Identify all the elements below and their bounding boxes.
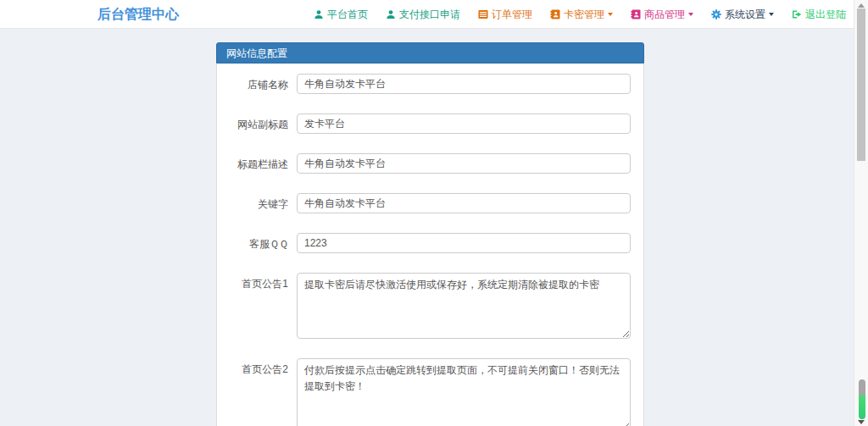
nav-item-label: 支付接口申请 <box>399 8 460 22</box>
nav-item-label: 系统设置 <box>725 8 765 22</box>
form-group-title-bar-desc: 标题栏描述 <box>230 153 631 174</box>
scroll-progress-indicator[interactable] <box>859 379 865 419</box>
form-group-home-notice1: 首页公告1 提取卡密后请尽快激活使用或保存好，系统定期清除被提取的卡密 <box>230 273 631 339</box>
top-navbar: 后台管理中心 平台首页 支付接口申请 订单管理 卡密管理 <box>0 0 868 29</box>
nav-item-label: 平台首页 <box>327 8 368 22</box>
user-icon <box>386 9 396 19</box>
address-book-icon <box>550 9 560 19</box>
title-bar-desc-label: 标题栏描述 <box>230 153 297 172</box>
home-notice2-textarea[interactable]: 付款后按提示点击确定跳转到提取页面，不可提前关闭窗口！否则无法提取到卡密！ <box>297 358 631 426</box>
nav-item-label: 商品管理 <box>644 8 685 22</box>
home-notice2-label: 首页公告2 <box>230 358 297 377</box>
nav-item-label: 卡密管理 <box>564 8 604 22</box>
shop-name-label: 店铺名称 <box>230 74 297 92</box>
nav-item-logout[interactable]: 退出登陆 <box>792 8 846 22</box>
nav-item-card-keys[interactable]: 卡密管理 <box>550 8 613 22</box>
nav-item-payment-api[interactable]: 支付接口申请 <box>386 8 460 22</box>
form-group-home-notice2: 首页公告2 付款后按提示点击确定跳转到提取页面，不可提前关闭窗口！否则无法提取到… <box>230 358 631 426</box>
nav-item-products[interactable]: 商品管理 <box>631 8 693 22</box>
site-config-panel: 网站信息配置 店铺名称 网站副标题 标题栏描述 关键字 客服ＱＱ 首页公告1 提… <box>216 42 644 426</box>
user-icon <box>314 9 324 19</box>
nav-item-home[interactable]: 平台首页 <box>314 8 368 22</box>
keywords-field[interactable] <box>297 193 631 213</box>
chevron-down-icon <box>688 13 693 16</box>
brand-title[interactable]: 后台管理中心 <box>97 0 179 29</box>
title-bar-desc-field[interactable] <box>297 153 631 174</box>
chevron-down-icon <box>608 13 613 16</box>
service-qq-label: 客服ＱＱ <box>230 233 297 252</box>
home-notice1-textarea[interactable]: 提取卡密后请尽快激活使用或保存好，系统定期清除被提取的卡密 <box>297 273 631 339</box>
nav-item-label: 退出登陆 <box>805 8 846 22</box>
home-notice1-label: 首页公告1 <box>230 273 297 291</box>
keywords-label: 关键字 <box>230 193 297 212</box>
form-group-keywords: 关键字 <box>230 193 631 213</box>
sign-out-icon <box>792 9 802 19</box>
site-subtitle-field[interactable] <box>297 113 631 134</box>
scrollbar-down-arrow-icon[interactable] <box>858 420 865 424</box>
gear-icon <box>711 9 721 19</box>
nav-item-settings[interactable]: 系统设置 <box>711 8 774 22</box>
service-qq-field[interactable] <box>297 233 631 253</box>
shop-name-field[interactable] <box>297 74 631 94</box>
panel-title: 网站信息配置 <box>216 42 644 64</box>
nav-item-label: 订单管理 <box>492 8 532 22</box>
form-group-service-qq: 客服ＱＱ <box>230 233 631 253</box>
list-icon <box>478 9 488 19</box>
site-subtitle-label: 网站副标题 <box>230 113 297 132</box>
scrollbar-up-arrow-icon[interactable] <box>858 3 865 8</box>
nav-item-orders[interactable]: 订单管理 <box>478 8 532 22</box>
vertical-scrollbar[interactable] <box>854 0 868 426</box>
form-group-shop-name: 店铺名称 <box>230 74 631 94</box>
site-config-form: 店铺名称 网站副标题 标题栏描述 关键字 客服ＱＱ 首页公告1 提取卡密后请尽快… <box>216 64 644 426</box>
nav-menu: 平台首页 支付接口申请 订单管理 卡密管理 商品管理 <box>314 0 846 29</box>
form-group-site-subtitle: 网站副标题 <box>230 113 631 134</box>
address-book-icon <box>631 9 641 19</box>
chevron-down-icon <box>769 13 774 16</box>
scrollbar-thumb[interactable] <box>857 8 865 161</box>
